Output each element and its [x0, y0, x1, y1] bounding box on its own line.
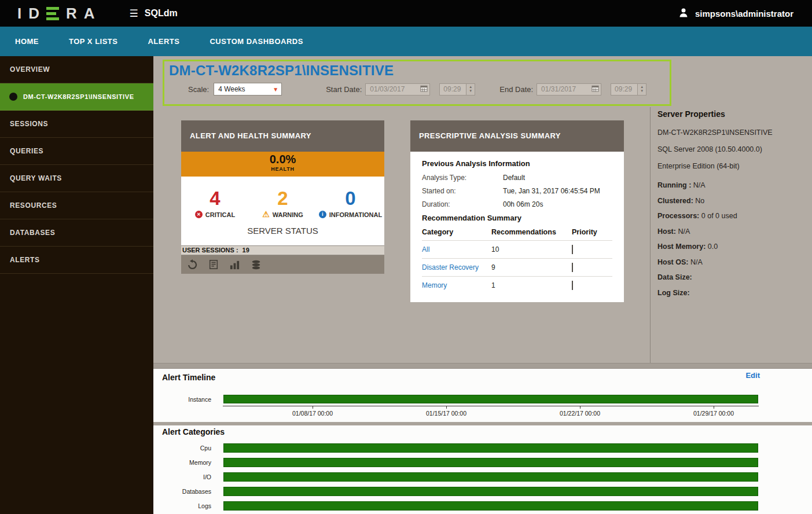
warning-count: 2 — [249, 188, 317, 208]
idera-logo[interactable]: ID RA — [17, 5, 102, 23]
timeline-bar-instance[interactable] — [223, 395, 758, 403]
recommendations-count: 9 — [491, 263, 572, 271]
axis-tick — [446, 406, 447, 409]
stepper-down-icon: ▼ — [469, 89, 472, 93]
main-content: DM-CT-W2K8R2SP1\INSENSITIVE Scale: 4 Wee… — [153, 56, 812, 363]
nav-item-home[interactable]: HOME — [0, 27, 54, 56]
start-date-input[interactable]: 01/03/2017 — [365, 83, 430, 96]
category-bar-io[interactable] — [223, 472, 758, 482]
sidebar-item-query-waits[interactable]: QUERY WAITS — [0, 165, 153, 192]
server-property-host-os: Host OS: N/A — [657, 258, 809, 266]
server-properties-title: Server Properties — [657, 109, 809, 119]
axis-tick-label: 01/22/17 00:00 — [554, 410, 606, 417]
server-property-edition: Enterprise Edition (64-bit) — [657, 162, 809, 170]
axis-tick — [714, 406, 714, 409]
server-property-log-size: Log Size: — [657, 289, 809, 297]
edit-link[interactable]: Edit — [745, 371, 760, 380]
informational-label: INFORMATIONAL — [329, 211, 382, 218]
nav-item-alerts[interactable]: ALERTS — [133, 27, 194, 56]
end-date-label: End Date: — [499, 85, 533, 94]
start-time-stepper[interactable]: ▲ ▼ — [466, 83, 475, 96]
analysis-type-value: Default — [503, 174, 525, 182]
end-time-input[interactable]: 09:29 — [611, 83, 638, 96]
critical-count: 4 — [181, 188, 249, 208]
nav-item-custom-dashboards[interactable]: CUSTOM DASHBOARDS — [194, 27, 318, 56]
user-sessions-strip: USER SESSIONS : 19 — [181, 245, 384, 255]
sidebar-item-instance[interactable]: DM-CT-W2K8R2SP1\INSENSITIVE — [0, 83, 153, 111]
horizontal-divider — [153, 363, 812, 369]
alert-summary-toolbar — [181, 255, 384, 274]
table-row: Disaster Recovery 9 — [422, 258, 612, 276]
app-root: ID RA ☰ SQLdm simpsons\administrator HOM… — [0, 0, 812, 514]
sidebar-item-sessions[interactable]: SESSIONS — [0, 111, 153, 138]
vertical-divider — [650, 107, 651, 363]
server-property-clustered: Clustered: No — [657, 197, 809, 205]
alert-counters-block: 4 ✕ CRITICAL 2 ⚠ WARNING — [181, 177, 384, 245]
server-property-processors: Processors: 0 of 0 used — [657, 212, 809, 220]
start-time-value: 09:29 — [443, 85, 461, 93]
analysis-type-row: Analysis Type: Default — [422, 174, 612, 182]
logo-e-bars-icon — [46, 7, 59, 20]
category-bar-memory[interactable] — [223, 458, 758, 467]
calendar-icon[interactable] — [591, 85, 599, 94]
menu-icon[interactable]: ☰ — [130, 8, 138, 20]
page-title: DM-CT-W2K8R2SP1\INSENSITIVE — [169, 63, 665, 79]
chart-icon[interactable] — [229, 259, 240, 270]
table-row: All 10 — [422, 240, 612, 258]
started-on-value: Tue, Jan 31, 2017 06:45:54 PM — [503, 187, 600, 195]
database-icon[interactable] — [251, 259, 262, 270]
sidebar-item-resources[interactable]: RESOURCES — [0, 192, 153, 219]
sidebar-item-queries[interactable]: QUERIES — [0, 138, 153, 165]
main-nav: HOME TOP X LISTS ALERTS CUSTOM DASHBOARD… — [0, 27, 812, 56]
health-band: 0.0% HEALTH — [181, 152, 384, 177]
report-icon[interactable] — [208, 259, 219, 270]
end-time-stepper[interactable]: ▲ ▼ — [638, 83, 646, 96]
server-property-running: Running : N/A — [657, 181, 809, 189]
start-time-input[interactable]: 09:29 — [439, 83, 466, 96]
end-date-input[interactable]: 01/31/2017 — [537, 83, 601, 96]
calendar-icon[interactable] — [420, 85, 428, 94]
duration-label: Duration: — [422, 200, 503, 208]
duration-value: 00h 06m 20s — [503, 200, 543, 208]
category-link-all[interactable]: All — [422, 245, 491, 254]
info-icon: i — [319, 211, 326, 218]
stepper-down-icon: ▼ — [640, 89, 644, 93]
refresh-icon[interactable] — [187, 259, 198, 270]
warning-icon: ⚠ — [262, 211, 270, 218]
instance-status-icon — [9, 93, 17, 101]
section-divider — [153, 422, 812, 425]
category-bar-logs[interactable] — [223, 501, 758, 511]
sidebar-item-alerts[interactable]: ALERTS — [0, 247, 153, 274]
nav-item-top-x-lists[interactable]: TOP X LISTS — [54, 27, 133, 56]
start-date-label: Start Date: — [326, 85, 362, 94]
sidebar-item-overview[interactable]: OVERVIEW — [0, 56, 153, 83]
category-link-disaster-recovery[interactable]: Disaster Recovery — [422, 263, 491, 271]
category-row-label: Databases — [153, 488, 211, 495]
priority-bar — [572, 245, 573, 254]
alert-timeline-title: Alert Timeline — [162, 373, 215, 382]
sidebar: OVERVIEW DM-CT-W2K8R2SP1\INSENSITIVE SES… — [0, 56, 153, 514]
duration-row: Duration: 00h 06m 20s — [422, 200, 612, 208]
category-bar-databases[interactable] — [223, 487, 758, 496]
category-row-label: Cpu — [153, 445, 211, 451]
critical-icon: ✕ — [195, 211, 203, 218]
category-link-memory[interactable]: Memory — [422, 281, 491, 289]
scale-select[interactable]: 4 Weeks ▼ — [214, 83, 282, 96]
scale-value: 4 Weeks — [218, 85, 245, 93]
sidebar-item-databases[interactable]: DATABASES — [0, 219, 153, 247]
recommendation-summary-heading: Recommendation Summary — [422, 214, 612, 222]
server-property-host: Host: N/A — [657, 227, 809, 236]
informational-counter[interactable]: 0 i INFORMATIONAL — [317, 188, 384, 218]
time-range-controls: Scale: 4 Weeks ▼ Start Date: 01/03/2017 — [169, 83, 665, 96]
alert-health-summary-card: ALERT AND HEALTH SUMMARY 0.0% HEALTH 4 ✕… — [181, 120, 384, 274]
critical-counter[interactable]: 4 ✕ CRITICAL — [181, 188, 249, 218]
server-property-host-memory: Host Memory: 0.0 — [657, 243, 809, 251]
axis-tick — [313, 406, 313, 409]
recommendations-count: 1 — [491, 281, 572, 289]
axis-tick-label: 01/08/17 00:00 — [286, 410, 339, 417]
priority-column-header: Priority — [572, 228, 612, 236]
warning-counter[interactable]: 2 ⚠ WARNING — [249, 188, 317, 218]
stepper-up-icon: ▲ — [469, 85, 472, 89]
category-bar-cpu[interactable] — [223, 443, 758, 453]
user-menu[interactable]: simpsons\administrator — [678, 7, 793, 20]
